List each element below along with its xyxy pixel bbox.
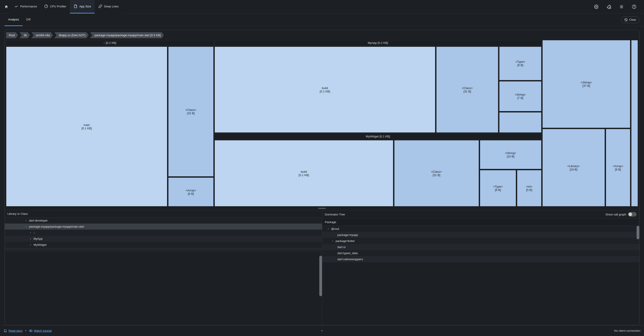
svg-point-1 <box>596 6 597 7</box>
library-tree-header: Library or Class <box>5 210 322 218</box>
treemap-cell-mywidget-string[interactable]: <String> [10 B] <box>480 140 542 169</box>
treemap-cell-main[interactable]: main [0.1 KB] <box>6 46 167 206</box>
treemap-cell-myapp-build[interactable]: build [0.1 KB] <box>214 46 436 133</box>
treemap-cell-myapp-type[interactable]: <Type> [8 B] <box>499 46 541 80</box>
footer-bar: Read docs • Watch tutorial • No client c… <box>0 325 644 336</box>
crumb-lib[interactable]: lib <box>19 32 30 38</box>
row-label: :: <box>34 231 35 234</box>
tables-area: Library or Class dart:developerpackage:m… <box>5 210 639 325</box>
table-row[interactable]: dart:ui <box>322 244 640 250</box>
settings-icon[interactable] <box>592 2 601 11</box>
row-label: dart:typed_data <box>338 252 358 255</box>
subheader-label: Package <box>325 220 336 224</box>
dominator-tree-header: Dominator Tree Show call graph <box>322 210 640 218</box>
row-label: package:myapp/package:myapp/main.dart <box>29 225 84 228</box>
table-row[interactable] <box>5 248 322 250</box>
chevron-right-icon <box>30 244 32 246</box>
row-label: MyWidget <box>34 243 46 246</box>
file-icon <box>74 4 78 8</box>
tab-cpu-profiler[interactable]: CPU Profiler <box>40 0 70 14</box>
library-tree-rows[interactable]: dart:developerpackage:myapp/package:myap… <box>5 218 322 325</box>
table-header-label: Library or Class <box>8 212 28 216</box>
tab-label: Performance <box>20 5 37 8</box>
treemap-cell-mywidget-class[interactable]: <Class> [31 B] <box>394 140 479 206</box>
table-row[interactable]: package:flutter <box>322 238 640 244</box>
subtab-analysis[interactable]: Analysis <box>4 14 22 26</box>
treemap-cell-sliver[interactable] <box>631 40 638 206</box>
tab-label: Deep Links <box>104 5 119 8</box>
table-row[interactable]: @root <box>322 226 640 232</box>
chevron-right-icon <box>332 240 335 242</box>
performance-icon <box>14 4 18 8</box>
treemap-cell-mywidget-type[interactable]: <Type> [8 B] <box>480 170 516 206</box>
subtab-diff[interactable]: Diff <box>22 14 34 26</box>
extension-icon[interactable] <box>604 2 614 11</box>
treemap-cell-myapp-string[interactable]: <String> [7 B] <box>499 81 541 112</box>
watch-tutorial-link[interactable]: Watch tutorial <box>34 329 52 332</box>
video-icon <box>29 329 32 333</box>
table-row[interactable]: MyApp <box>5 236 322 242</box>
treemap-cell-array[interactable]: <Array> [6 B] <box>168 178 214 206</box>
treemap: :: [0.2 KB] main [0.1 KB] <Class> [32 B] <box>5 40 639 206</box>
scrollbar-thumb[interactable] <box>319 256 322 296</box>
table-row[interactable]: MyWidget <box>5 242 322 248</box>
book-icon <box>4 329 7 333</box>
row-label: package:flutter <box>336 239 355 243</box>
splitter-handle[interactable] <box>5 206 639 210</box>
treemap-header-myapp[interactable]: MyApp [0.2 KB] <box>214 40 542 46</box>
treemap-cell-myapp-class[interactable]: <Class> [31 B] <box>436 46 498 133</box>
center-dot: • <box>322 329 323 332</box>
tab-deep-links[interactable]: Deep Links <box>95 0 122 14</box>
table-row[interactable]: package:myapp/package:myapp/main.dart <box>5 224 322 230</box>
treemap-cell-mywidget-int[interactable]: <int> [5 B] <box>517 170 541 206</box>
table-header-label: Dominator Tree <box>325 213 345 216</box>
help-icon[interactable] <box>630 2 638 11</box>
treemap-cell-mywidget-build[interactable]: build [0.1 KB] <box>214 140 393 206</box>
chevron-down-icon <box>25 226 28 228</box>
subtab-label: Diff <box>26 18 30 21</box>
tab-app-size[interactable]: App Size <box>70 0 95 14</box>
chevron-right-icon <box>25 220 28 222</box>
library-tree-panel: Library or Class dart:developerpackage:m… <box>5 210 322 325</box>
chevron-down-icon <box>327 228 330 230</box>
table-row[interactable]: dart:typed_data <box>322 250 640 256</box>
crumb-root[interactable]: Root <box>6 32 18 38</box>
link-icon <box>98 4 102 8</box>
treemap-cell-array-right[interactable]: <Array> [9 B] <box>606 129 630 206</box>
row-label: dart:ui <box>338 245 346 249</box>
svg-point-4 <box>634 8 634 8</box>
grip-icon <box>318 208 326 209</box>
table-row[interactable]: :: <box>5 230 322 236</box>
treemap-cell-myapp-blank[interactable] <box>499 112 541 133</box>
treemap-cell-string[interactable]: <String> [37 B] <box>542 40 630 128</box>
call-graph-switch[interactable] <box>628 212 636 216</box>
package-subheader: Package <box>322 218 640 226</box>
home-button[interactable] <box>2 2 11 11</box>
row-label: dart:nativewrappers <box>338 258 363 261</box>
treemap-cell-library[interactable]: <Library> [24 B] <box>542 129 605 206</box>
bug-icon[interactable] <box>617 2 626 11</box>
tab-label: CPU Profiler <box>50 5 66 8</box>
read-docs-link[interactable]: Read docs <box>8 329 22 332</box>
table-row[interactable]: dart:nativewrappers <box>322 256 640 262</box>
gauge-icon <box>44 4 48 8</box>
table-row[interactable]: dart:developer <box>5 218 322 224</box>
treemap-cell-class[interactable]: <Class> [32 B] <box>168 46 214 176</box>
crumb-package[interactable]: package:myapp/package:myapp/main.dart [0… <box>90 32 164 38</box>
tab-performance[interactable]: Performance <box>11 0 40 14</box>
svg-point-2 <box>621 6 622 8</box>
crumb-arch[interactable]: arm64-v8a <box>31 32 53 38</box>
table-row[interactable] <box>5 250 322 253</box>
row-label: MyApp <box>34 237 42 240</box>
treemap-header-root[interactable]: :: [0.2 KB] <box>6 40 214 46</box>
toolbar-tabs: Performance CPU Profiler App Size Deep L… <box>2 0 122 14</box>
clear-button[interactable]: Clear <box>621 16 640 23</box>
scrollbar-thumb[interactable] <box>636 226 639 239</box>
crumb-libapp[interactable]: libapp.so (Dart AOT) <box>54 32 89 38</box>
dominator-tree-rows[interactable]: @rootpackage:myapppackage:flutterdart:ui… <box>322 226 640 325</box>
table-row[interactable]: package:myapp <box>322 232 640 238</box>
toggle-label: Show call graph <box>606 213 626 216</box>
treemap-header-mywidget[interactable]: MyWidget [0.1 KB] <box>214 134 542 139</box>
separator-dot: • <box>25 329 26 332</box>
block-icon <box>624 18 628 22</box>
